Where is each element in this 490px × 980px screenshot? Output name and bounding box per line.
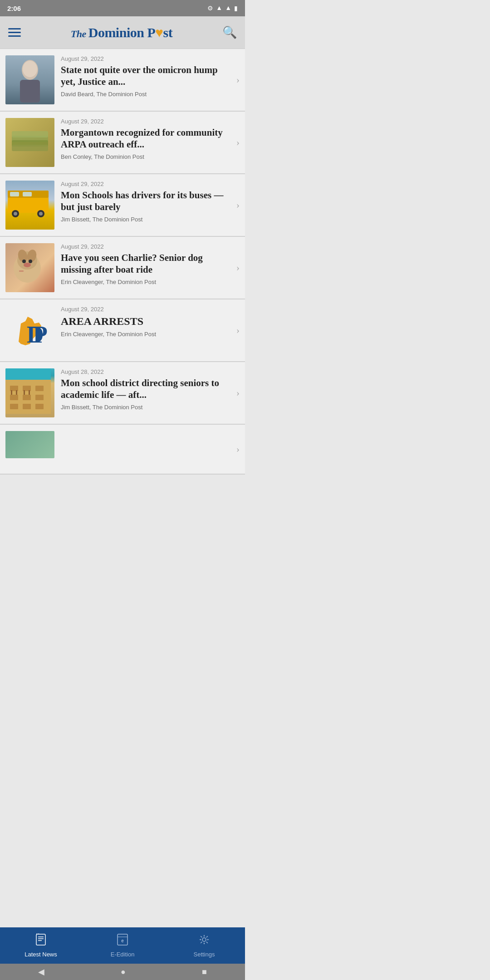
news-headline: Morgantown recognized for community ARPA… (61, 127, 227, 151)
app-logo: The Dominion P♥st (71, 25, 172, 40)
news-items-container: August 29, 2022 State not quite over the… (0, 49, 245, 475)
news-date: August 29, 2022 (61, 306, 227, 313)
news-content: August 29, 2022 Have you seen Charlie? S… (61, 243, 240, 292)
chevron-right-icon: › (236, 387, 240, 399)
svg-rect-34 (10, 404, 18, 409)
news-thumbnail: D P (5, 306, 54, 355)
chevron-right-icon: › (236, 199, 240, 211)
svg-rect-38 (16, 390, 17, 395)
news-date: August 28, 2022 (61, 368, 227, 375)
svg-rect-26 (5, 368, 51, 380)
svg-rect-1 (20, 80, 40, 103)
news-item[interactable]: D P August 29, 2022 AREA ARRESTS Erin Cl… (0, 299, 245, 362)
news-content: August 29, 2022 Morgantown recognized fo… (61, 118, 240, 167)
svg-point-21 (24, 263, 31, 267)
news-date: August 29, 2022 (61, 118, 227, 125)
news-date: August 29, 2022 (61, 55, 227, 62)
svg-point-14 (39, 212, 43, 216)
svg-rect-9 (10, 192, 19, 196)
news-content: August 29, 2022 Mon Schools has drivers … (61, 181, 240, 230)
signal-icon: ▲ (225, 5, 231, 12)
news-headline: Have you seen Charlie? Senior dog missin… (61, 252, 227, 276)
chevron-right-icon: › (236, 262, 240, 274)
news-thumbnail (5, 55, 54, 104)
svg-rect-36 (35, 404, 44, 409)
news-item[interactable]: › (0, 425, 245, 475)
news-author: Jim Bissett, The Dominion Post (61, 216, 227, 223)
svg-point-2 (23, 61, 37, 77)
news-headline: State not quite over the omicron hump ye… (61, 64, 227, 88)
chevron-right-icon: › (236, 443, 240, 455)
wifi-icon: ▲ (216, 5, 222, 12)
news-content: August 29, 2022 State not quite over the… (61, 55, 240, 104)
chevron-right-icon: › (236, 74, 240, 86)
battery-icon: ▮ (234, 5, 238, 12)
svg-rect-33 (35, 395, 44, 400)
news-item[interactable]: August 29, 2022 Have you seen Charlie? S… (0, 237, 245, 299)
news-date: August 29, 2022 (61, 181, 227, 187)
news-thumbnail (5, 181, 54, 230)
svg-rect-4 (12, 131, 48, 137)
news-list: August 29, 2022 State not quite over the… (0, 49, 245, 529)
news-date: August 29, 2022 (61, 243, 227, 250)
svg-rect-30 (35, 386, 44, 391)
news-author: David Beard, The Dominion Post (61, 91, 227, 98)
status-icons: ⚙ ▲ ▲ ▮ (207, 5, 238, 12)
chevron-right-icon: › (236, 137, 240, 148)
news-thumbnail (5, 431, 54, 458)
news-content: August 28, 2022 Mon school district dire… (61, 368, 240, 417)
svg-rect-6 (12, 145, 48, 151)
chevron-right-icon: › (236, 324, 240, 336)
news-thumbnail (5, 243, 54, 292)
news-author: Erin Cleavenger, The Dominion Post (61, 279, 227, 285)
news-headline: Mon Schools has drivers for its buses — … (61, 189, 227, 213)
app-header: The Dominion P♥st 🔍 (0, 16, 245, 49)
svg-rect-22 (19, 270, 24, 272)
news-thumbnail (5, 368, 54, 417)
news-headline: Mon school district directing seniors to… (61, 377, 227, 401)
svg-rect-7 (8, 196, 49, 213)
news-author: Jim Bissett, The Dominion Post (61, 404, 227, 411)
svg-text:P: P (33, 322, 48, 348)
news-item[interactable]: August 29, 2022 Morgantown recognized fo… (0, 112, 245, 174)
svg-point-13 (14, 212, 17, 216)
svg-rect-32 (23, 395, 31, 400)
svg-rect-31 (10, 395, 18, 400)
news-author: Erin Cleavenger, The Dominion Post (61, 331, 227, 338)
menu-button[interactable] (8, 28, 21, 37)
svg-point-19 (22, 260, 26, 263)
news-headline: AREA ARRESTS (61, 314, 227, 328)
status-time: 2:06 (7, 5, 21, 12)
news-content (61, 431, 240, 467)
news-item[interactable]: August 29, 2022 Mon Schools has drivers … (0, 174, 245, 237)
svg-rect-40 (29, 390, 30, 395)
svg-rect-39 (24, 390, 25, 395)
svg-rect-10 (23, 192, 32, 196)
news-content: August 29, 2022 AREA ARRESTS Erin Cleave… (61, 306, 240, 355)
news-thumbnail (5, 118, 54, 167)
svg-rect-37 (11, 390, 12, 395)
news-item[interactable]: August 28, 2022 Mon school district dire… (0, 362, 245, 425)
status-bar: 2:06 ⚙ ▲ ▲ ▮ (0, 0, 245, 16)
logo-text: The Dominion P♥st (71, 25, 172, 40)
search-button[interactable]: 🔍 (222, 25, 237, 39)
settings-icon: ⚙ (207, 5, 213, 12)
news-item[interactable]: August 29, 2022 State not quite over the… (0, 49, 245, 112)
news-author: Ben Conley, The Dominion Post (61, 153, 227, 160)
svg-point-20 (29, 260, 32, 263)
svg-rect-35 (23, 404, 31, 409)
